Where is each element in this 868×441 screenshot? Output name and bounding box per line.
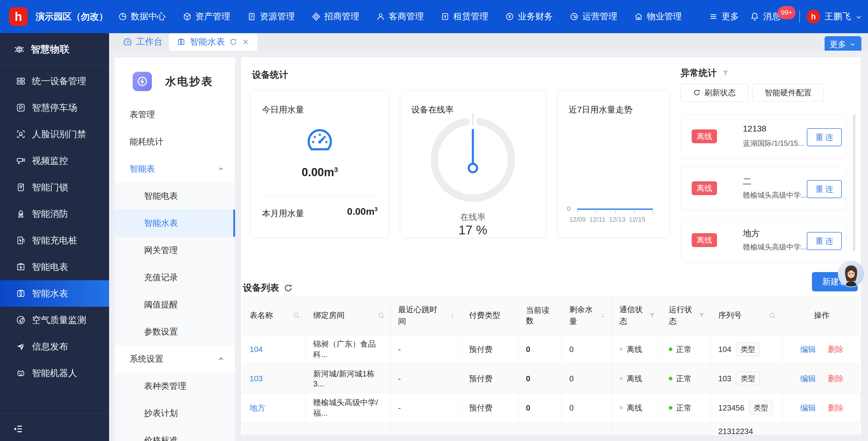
nav-merchant[interactable]: 客商管理 (376, 10, 424, 23)
nav-asset[interactable]: 资产管理 (183, 10, 230, 23)
submenu-item-threshold[interactable]: 阈值提醒 (115, 291, 235, 318)
user-avatar[interactable]: h (807, 10, 820, 24)
sidebar-item-info-publish[interactable]: 信息发布 (0, 333, 109, 360)
submenu-group-system-settings[interactable]: 系统设置 (115, 345, 235, 373)
abnormal-scrollbar[interactable] (853, 115, 855, 251)
trend-x4: 12/15 (627, 216, 648, 224)
trend-tick (596, 210, 597, 213)
col-serial[interactable]: 序列号 (711, 296, 782, 335)
sidebar-item-water-meter[interactable]: 智能水表 (0, 280, 109, 307)
tab-workbench[interactable]: 工作台 (123, 33, 162, 51)
type-tag[interactable]: 类型 (736, 342, 760, 356)
filter-funnel-icon[interactable] (721, 69, 730, 78)
document-icon (247, 12, 256, 21)
nav-property[interactable]: 物业管理 (634, 10, 682, 23)
hardware-config-button[interactable]: 智能硬件配置 (752, 84, 824, 102)
type-tag[interactable]: 类型 (749, 401, 773, 415)
user-chevron-down-icon[interactable] (855, 13, 863, 21)
sidebar-item-parking[interactable]: 智慧停车场 (0, 94, 109, 121)
tab-close-icon[interactable] (242, 38, 250, 46)
filter-funnel-icon[interactable] (698, 312, 705, 319)
face-scan-icon (16, 129, 26, 139)
sidebar-item-robot[interactable]: 智能机器人 (0, 360, 109, 386)
nav-lease[interactable]: 租赁管理 (441, 10, 488, 23)
meter-name-link[interactable]: 103 (250, 374, 262, 383)
sidebar-title: 智慧物联 (0, 33, 109, 66)
submenu-item-energy-stats[interactable]: 能耗统计 (115, 128, 235, 155)
trend-x2: 12/11 (587, 216, 608, 224)
submenu-divider (115, 100, 235, 101)
bell-icon[interactable] (750, 12, 760, 22)
search-icon[interactable] (292, 312, 300, 319)
submenu-item-water-meter-active[interactable]: 智能水表 (115, 210, 235, 237)
nav-operation[interactable]: 运营管理 (569, 10, 617, 23)
submenu-item-meter-mgmt[interactable]: 表管理 (115, 101, 235, 128)
col-run-status[interactable]: 运行状态 (661, 296, 711, 335)
search-icon[interactable] (769, 312, 776, 319)
delete-link[interactable]: 删除 (828, 374, 844, 384)
type-tag[interactable]: 类型 (736, 372, 760, 385)
serial-cell: 123456类型 (711, 393, 782, 422)
nav-resource[interactable]: 资源管理 (247, 10, 295, 23)
submenu-item-recharge[interactable]: 充值记录 (115, 264, 235, 291)
today-usage-card: 今日用水量 0.00m3 本月用水量 0.00m3 (251, 90, 389, 238)
meter-name-link[interactable]: 地方 (250, 403, 265, 413)
submenu-group-smart-meter[interactable]: 智能表 (115, 155, 235, 182)
reconnect-button[interactable]: 重 连 (807, 128, 842, 146)
reconnect-button[interactable]: 重 连 (807, 232, 842, 250)
sidebar-item-air-quality[interactable]: 空气质量监测 (0, 307, 109, 333)
submenu-item-gateway[interactable]: 网关管理 (115, 237, 235, 264)
delete-link[interactable]: 删除 (828, 403, 844, 413)
tabs-more-button[interactable]: 更多 (825, 36, 861, 53)
sidebar-item-lock[interactable]: 智能门锁 (0, 174, 109, 201)
submenu-item-elec-meter[interactable]: 智能电表 (115, 182, 235, 210)
submenu-item-meter-type[interactable]: 表种类管理 (115, 373, 235, 400)
device-list-refresh-icon[interactable] (283, 283, 293, 293)
trend-tick (577, 210, 578, 213)
refresh-status-button[interactable]: 刷新状态 (681, 84, 748, 102)
col-remaining-water[interactable]: 剩余水量 (562, 296, 612, 335)
nav-more[interactable]: 更多 (709, 10, 739, 23)
device-name: 12138 (743, 124, 767, 134)
meter-name-link[interactable]: 104 (250, 345, 262, 354)
app-logo[interactable]: h (9, 7, 28, 26)
tab-smart-water-meter[interactable]: 智能水表 (169, 33, 257, 51)
tab-refresh-icon[interactable] (229, 38, 238, 46)
user-name[interactable]: 王鹏飞 (825, 0, 851, 33)
edit-link[interactable]: 编辑 (800, 374, 816, 384)
electric-meter-icon (16, 262, 26, 272)
submenu-title: 水电抄表 (165, 74, 213, 89)
col-meter-name[interactable]: 表名称 (242, 296, 306, 335)
nav-investment[interactable]: 招商管理 (312, 10, 359, 23)
sidebar-item-charging[interactable]: 智能充电桩 (0, 227, 109, 254)
trend-label: 近7日用水量走势 (569, 104, 632, 116)
sidebar-item-face-access[interactable]: 人脸识别门禁 (0, 121, 109, 147)
col-bound-room[interactable]: 绑定房间 (306, 296, 391, 335)
device-location: 赣榆城头高级中学... (743, 190, 807, 200)
col-comm-status[interactable]: 通信状态 (612, 296, 661, 335)
filter-funnel-icon[interactable] (649, 312, 656, 319)
sidebar-item-device-mgmt[interactable]: 统一设备管理 (0, 68, 109, 94)
submenu-item-params[interactable]: 参数设置 (115, 318, 235, 345)
trend-tick (634, 210, 635, 213)
delete-link[interactable]: 删除 (828, 344, 844, 355)
nav-finance[interactable]: 业务财务 (505, 10, 553, 23)
search-icon[interactable] (377, 312, 385, 319)
sidebar-item-video[interactable]: 视频监控 (0, 147, 109, 174)
main-content-card: 设备统计 今日用水量 0.00m3 本月用水量 0.00m3 设备在线率 在线率… (241, 57, 861, 435)
paper-plane-icon (16, 342, 26, 352)
assistant-avatar[interactable] (838, 261, 864, 287)
sort-carets-icon[interactable] (599, 312, 607, 319)
reconnect-button[interactable]: 重 连 (807, 180, 842, 198)
collapse-sidebar-icon[interactable] (12, 423, 24, 435)
sort-carets-icon[interactable] (449, 312, 456, 319)
submenu-item-price-standard[interactable]: 价格标准 (115, 427, 235, 441)
submenu-item-reading-plan[interactable]: 抄表计划 (115, 400, 235, 427)
nav-data-center[interactable]: 数据中心 (118, 10, 166, 23)
parking-icon (16, 102, 26, 113)
col-last-heartbeat[interactable]: 最近心跳时间 (391, 296, 462, 335)
sidebar-item-fire[interactable]: 智能消防 (0, 201, 109, 227)
edit-link[interactable]: 编辑 (800, 344, 816, 355)
sidebar-item-elec-meter[interactable]: 智能电表 (0, 254, 109, 280)
edit-link[interactable]: 编辑 (800, 403, 816, 413)
